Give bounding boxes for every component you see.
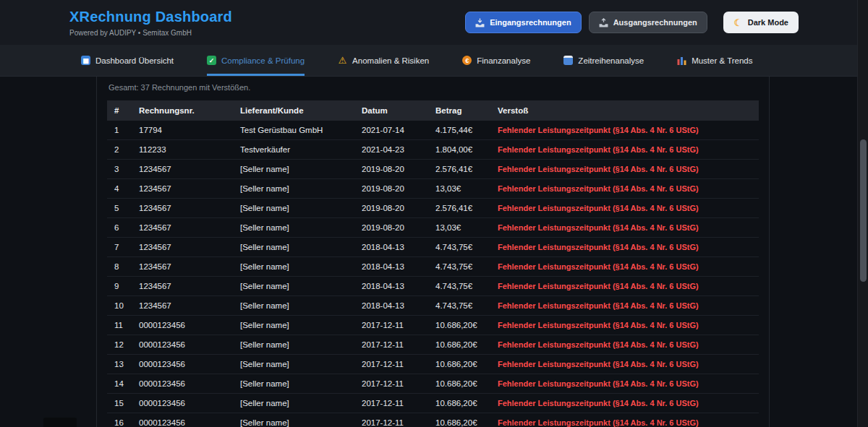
amount: 4.743,75€ — [428, 238, 490, 257]
amount: 1.804,00€ — [428, 140, 490, 160]
invoice-number: 1234567 — [132, 179, 233, 199]
tab-label: Muster & Trends — [692, 56, 752, 65]
invoice-number: 0000123456 — [132, 335, 233, 355]
amount: 4.743,75€ — [428, 257, 490, 277]
tab-label: Zeitreihenanalyse — [578, 56, 644, 65]
invoice-date: 2017-12-11 — [354, 316, 428, 335]
amount: 13,03€ — [428, 179, 490, 199]
party-name: [Seller name] — [233, 218, 354, 238]
column-header-lieferant-kunde: Lieferant/Kunde — [233, 100, 354, 121]
amount: 2.576,41€ — [428, 199, 490, 218]
violation-text: Fehlender Leistungszeitpunkt (§14 Abs. 4… — [490, 140, 759, 160]
invoice-number: 17794 — [132, 121, 233, 140]
invoice-date: 2017-12-11 — [354, 374, 428, 394]
invoice-number: 1234567 — [132, 160, 233, 179]
tab-dashboard-übersicht[interactable]: ▦Dashboard Übersicht — [81, 45, 174, 76]
party-name: [Seller name] — [233, 257, 354, 277]
invoice-date: 2017-12-11 — [354, 413, 428, 427]
invoice-date: 2019-08-20 — [354, 160, 428, 179]
table-row: 81234567[Seller name]2018-04-134.743,75€… — [107, 257, 759, 277]
tab-anomalien-risiken[interactable]: ⚠Anomalien & Risiken — [338, 45, 429, 76]
row-index: 14 — [107, 374, 132, 394]
tab-label: Anomalien & Risiken — [352, 56, 429, 65]
table-row: 130000123456[Seller name]2017-12-1110.68… — [107, 355, 759, 374]
table-row: 117794Test Gerüstbau GmbH2021-07-144.175… — [107, 121, 759, 140]
invoice-date: 2017-12-11 — [354, 355, 428, 374]
violation-text: Fehlender Leistungszeitpunkt (§14 Abs. 4… — [490, 296, 759, 316]
tab-finanzanalyse[interactable]: €Finanzanalyse — [462, 45, 530, 76]
party-name: [Seller name] — [233, 374, 354, 394]
amount: 10.686,20€ — [428, 413, 490, 427]
violations-table: #Rechnungsnr.Lieferant/KundeDatumBetragV… — [107, 100, 759, 427]
invoice-number: 112233 — [132, 140, 233, 160]
row-index: 16 — [107, 413, 132, 427]
tab-compliance-prüfung[interactable]: ✓Compliance & Prüfung — [207, 45, 305, 76]
table-row: 101234567[Seller name]2018-04-134.743,75… — [107, 296, 759, 316]
app-subtitle: Powered by AUDIPY • Semitax GmbH — [69, 29, 232, 37]
invoice-number: 0000123456 — [132, 394, 233, 413]
grid-icon: ▦ — [81, 56, 90, 65]
header-actions: EingangsrechnungenAusgangsrechnungen☾Dar… — [465, 12, 799, 33]
violation-text: Fehlender Leistungszeitpunkt (§14 Abs. 4… — [490, 238, 759, 257]
table-row: 110000123456[Seller name]2017-12-1110.68… — [107, 316, 759, 335]
invoice-number: 1234567 — [132, 238, 233, 257]
app-header: XRechnung Dashboard Powered by AUDIPY • … — [0, 0, 868, 45]
table-row: 140000123456[Seller name]2017-12-1110.68… — [107, 374, 759, 394]
tab-muster-trends[interactable]: Muster & Trends — [677, 45, 752, 76]
column-header-datum: Datum — [354, 100, 428, 121]
amount: 10.686,20€ — [428, 394, 490, 413]
invoice-number: 1234567 — [132, 277, 233, 296]
table-row: 61234567[Seller name]2019-08-2013,03€Feh… — [107, 218, 759, 238]
invoice-date: 2017-12-11 — [354, 394, 428, 413]
violation-text: Fehlender Leistungszeitpunkt (§14 Abs. 4… — [490, 374, 759, 394]
invoice-date: 2018-04-13 — [354, 257, 428, 277]
party-name: Testverkäufer — [233, 140, 354, 160]
party-name: [Seller name] — [233, 335, 354, 355]
violation-text: Fehlender Leistungszeitpunkt (§14 Abs. 4… — [490, 355, 759, 374]
invoice-date: 2018-04-13 — [354, 277, 428, 296]
violation-text: Fehlender Leistungszeitpunkt (§14 Abs. 4… — [490, 257, 759, 277]
calendar-icon — [563, 56, 573, 65]
violation-text: Fehlender Leistungszeitpunkt (§14 Abs. 4… — [490, 121, 759, 140]
moon-icon: ☾ — [733, 18, 743, 27]
invoice-number: 0000123456 — [132, 355, 233, 374]
header-button-ausgangsrechnungen[interactable]: Ausgangsrechnungen — [589, 12, 707, 33]
tab-zeitreihenanalyse[interactable]: Zeitreihenanalyse — [563, 45, 644, 76]
summary-text: Gesamt: 37 Rechnungen mit Verstößen. — [109, 83, 759, 92]
button-label: Eingangsrechnungen — [490, 18, 571, 27]
outbox-icon — [599, 18, 608, 27]
amount: 4.743,75€ — [428, 277, 490, 296]
page-scrollbar-thumb[interactable] — [860, 139, 867, 282]
violation-text: Fehlender Leistungszeitpunkt (§14 Abs. 4… — [490, 413, 759, 427]
table-row: 150000123456[Seller name]2017-12-1110.68… — [107, 394, 759, 413]
party-name: [Seller name] — [233, 160, 354, 179]
tab-bar: ▦Dashboard Übersicht✓Compliance & Prüfun… — [0, 45, 868, 77]
table-row: 120000123456[Seller name]2017-12-1110.68… — [107, 335, 759, 355]
tab-label: Finanzanalyse — [477, 56, 530, 65]
table-row: 91234567[Seller name]2018-04-134.743,75€… — [107, 277, 759, 296]
column-header-: # — [107, 100, 132, 121]
button-label: Ausgangsrechnungen — [613, 18, 697, 27]
violation-text: Fehlender Leistungszeitpunkt (§14 Abs. 4… — [490, 160, 759, 179]
page-scrollbar-track[interactable] — [857, 0, 868, 427]
row-index: 10 — [107, 296, 132, 316]
branding: XRechnung Dashboard Powered by AUDIPY • … — [69, 9, 232, 37]
column-header-rechnungsnr: Rechnungsnr. — [132, 100, 233, 121]
header-button-dark-mode[interactable]: ☾Dark Mode — [723, 12, 799, 33]
party-name: [Seller name] — [233, 238, 354, 257]
invoice-date: 2021-04-23 — [354, 140, 428, 160]
row-index: 12 — [107, 335, 132, 355]
violation-text: Fehlender Leistungszeitpunkt (§14 Abs. 4… — [490, 316, 759, 335]
row-index: 3 — [107, 160, 132, 179]
amount: 4.743,75€ — [428, 296, 490, 316]
party-name: Test Gerüstbau GmbH — [233, 121, 354, 140]
amount: 10.686,20€ — [428, 355, 490, 374]
party-name: [Seller name] — [233, 277, 354, 296]
table-row: 2112233Testverkäufer2021-04-231.804,00€F… — [107, 140, 759, 160]
table-body: 117794Test Gerüstbau GmbH2021-07-144.175… — [107, 121, 759, 427]
header-button-eingangsrechnungen[interactable]: Eingangsrechnungen — [465, 12, 581, 33]
row-index: 7 — [107, 238, 132, 257]
invoice-number: 1234567 — [132, 218, 233, 238]
main-content: Gesamt: 37 Rechnungen mit Verstößen. #Re… — [96, 77, 770, 427]
table-row: 51234567[Seller name]2019-08-202.576,41€… — [107, 199, 759, 218]
